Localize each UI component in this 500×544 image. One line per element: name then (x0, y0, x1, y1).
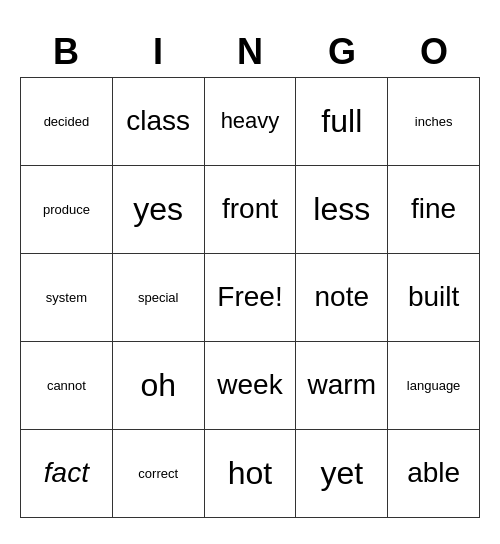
cell-text: oh (140, 367, 176, 404)
bingo-grid: decidedclassheavyfullinchesproduceyesfro… (20, 77, 480, 518)
bingo-cell: front (205, 166, 297, 254)
cell-text: yet (320, 455, 363, 492)
cell-text: class (126, 105, 190, 137)
header-letter: I (112, 27, 204, 77)
bingo-cell: yet (296, 430, 388, 518)
bingo-cell: week (205, 342, 297, 430)
bingo-cell: full (296, 78, 388, 166)
bingo-cell: heavy (205, 78, 297, 166)
bingo-cell: built (388, 254, 480, 342)
cell-text: inches (415, 114, 453, 129)
cell-text: yes (133, 191, 183, 228)
cell-text: front (222, 193, 278, 225)
cell-text: language (407, 378, 461, 393)
header-letter: N (204, 27, 296, 77)
bingo-cell: language (388, 342, 480, 430)
bingo-cell: cannot (21, 342, 113, 430)
cell-text: correct (138, 466, 178, 481)
cell-text: cannot (47, 378, 86, 393)
cell-text: full (321, 103, 362, 140)
bingo-cell: hot (205, 430, 297, 518)
cell-text: special (138, 290, 178, 305)
cell-text: built (408, 281, 459, 313)
cell-text: fine (411, 193, 456, 225)
cell-text: able (407, 457, 460, 489)
bingo-cell: inches (388, 78, 480, 166)
cell-text: heavy (221, 108, 280, 134)
cell-text: note (315, 281, 370, 313)
bingo-cell: Free! (205, 254, 297, 342)
bingo-cell: oh (113, 342, 205, 430)
bingo-cell: fact (21, 430, 113, 518)
bingo-cell: fine (388, 166, 480, 254)
bingo-cell: warm (296, 342, 388, 430)
header-letter: B (20, 27, 112, 77)
bingo-cell: yes (113, 166, 205, 254)
bingo-card: BINGO decidedclassheavyfullinchesproduce… (20, 27, 480, 518)
cell-text: produce (43, 202, 90, 217)
cell-text: system (46, 290, 87, 305)
bingo-cell: note (296, 254, 388, 342)
cell-text: week (217, 369, 282, 401)
cell-text: hot (228, 455, 272, 492)
cell-text: Free! (217, 281, 282, 313)
bingo-header: BINGO (20, 27, 480, 77)
bingo-cell: special (113, 254, 205, 342)
bingo-cell: less (296, 166, 388, 254)
bingo-cell: correct (113, 430, 205, 518)
bingo-cell: able (388, 430, 480, 518)
bingo-cell: produce (21, 166, 113, 254)
cell-text: warm (308, 369, 376, 401)
bingo-cell: decided (21, 78, 113, 166)
bingo-cell: class (113, 78, 205, 166)
cell-text: decided (44, 114, 90, 129)
header-letter: G (296, 27, 388, 77)
cell-text: less (313, 191, 370, 228)
header-letter: O (388, 27, 480, 77)
bingo-cell: system (21, 254, 113, 342)
cell-text: fact (44, 457, 89, 489)
